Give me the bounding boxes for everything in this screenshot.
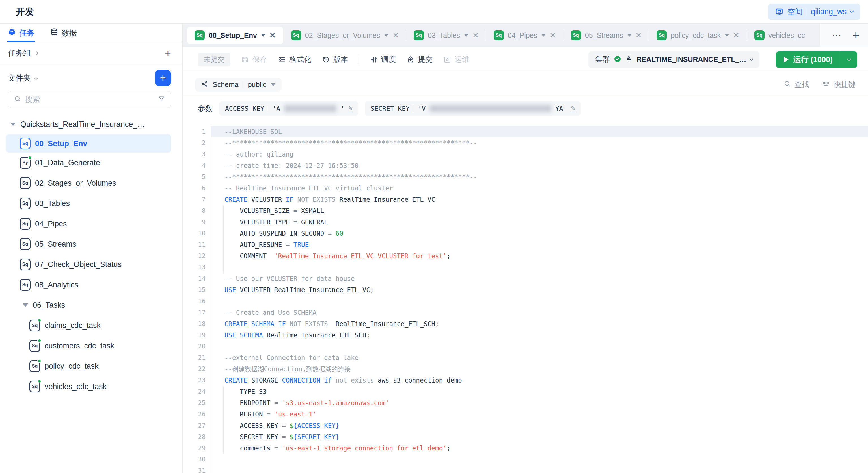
format-button[interactable]: 格式化 [278, 55, 311, 64]
code-line[interactable]: 24 TYPE S3 [183, 386, 868, 397]
chevron-down-icon[interactable] [34, 76, 38, 80]
close-icon[interactable]: ✕ [472, 31, 479, 40]
sql-file-icon: Sq [29, 319, 40, 332]
save-button[interactable]: 保存 [241, 55, 267, 64]
code-line[interactable]: 16 [183, 296, 868, 307]
line-content: REGION = 'us-east-1' [211, 409, 868, 420]
code-line[interactable]: 26 REGION = 'us-east-1' [183, 409, 868, 420]
cluster-selector[interactable]: 集群 REALTIME_INSURANCE_ETL_… [588, 52, 760, 68]
version-button[interactable]: 版本 [322, 55, 348, 64]
line-number: 18 [183, 318, 211, 330]
submit-button[interactable]: 提交 [407, 55, 433, 64]
code-line[interactable]: 2--*************************************… [183, 137, 868, 148]
edit-icon[interactable]: ✎ [571, 105, 575, 112]
caret-down-icon[interactable] [627, 34, 632, 37]
editor-tab-05_Streams[interactable]: Sq05_Streams✕ [563, 24, 649, 47]
tree-file[interactable]: Sq03_Tables [0, 193, 182, 214]
tab-overflow-button[interactable]: ⋯ [832, 30, 841, 41]
run-button[interactable]: 运行 (1000) [776, 52, 857, 68]
caret-down-icon[interactable] [384, 34, 389, 37]
caret-down-icon[interactable] [23, 303, 28, 307]
code-line[interactable]: 27 ACCESS_KEY = ${ACCESS_KEY} [183, 420, 868, 431]
close-icon[interactable]: ✕ [636, 31, 642, 40]
tree-folder[interactable]: Quickstarts_RealTime_Insurance_… [0, 114, 182, 135]
code-line[interactable]: 3-- author: qiliang [183, 148, 868, 160]
code-line[interactable]: 14-- Use our VCLUSTER for data house [183, 273, 868, 284]
code-line[interactable]: 18CREATE SCHEMA IF NOT EXISTS RealTime_I… [183, 318, 868, 330]
tree-file[interactable]: Sqcustomers_cdc_task [0, 336, 182, 356]
code-line[interactable]: 28 SECRET_KEY = ${SECRET_KEY} [183, 431, 868, 442]
sidebar-tabs: 任务 数据 [0, 24, 182, 42]
schedule-button[interactable]: 调度 [370, 55, 396, 64]
caret-down-icon[interactable] [464, 34, 468, 37]
code-line[interactable]: 30 [183, 454, 868, 465]
code-line[interactable]: 4-- create time: 2024-12-27 16:53:50 [183, 160, 868, 171]
sql-code-editor[interactable]: 1--LAKEHOUSE SQL2--*********************… [183, 120, 868, 473]
close-icon[interactable]: ✕ [733, 31, 739, 40]
caret-down-icon[interactable] [541, 34, 546, 37]
editor-tab-policy_cdc_task[interactable]: Sqpolicy_cdc_task✕ [649, 24, 746, 47]
close-icon[interactable]: ✕ [393, 31, 399, 40]
code-line[interactable]: 23CREATE STORAGE CONNECTION if not exist… [183, 375, 868, 386]
edit-icon[interactable]: ✎ [348, 105, 352, 112]
ops-button[interactable]: 运维 [443, 55, 469, 64]
caret-down-icon[interactable] [261, 34, 266, 37]
code-line[interactable]: 6-- RealTime_Insurance_ETL_VC virtual cl… [183, 182, 868, 194]
sql-file-icon: Sq [29, 381, 40, 393]
tree-file[interactable]: Sqvehicles_cdc_task [0, 376, 182, 397]
caret-down-icon[interactable] [725, 34, 729, 37]
code-line[interactable]: 25 ENDPOINT = 's3.us-east-1.amazonaws.co… [183, 397, 868, 409]
code-line[interactable]: 22--创建数据湖Connection,到数据湖的连接 [183, 363, 868, 375]
find-button[interactable]: 查找 [783, 80, 809, 90]
code-line[interactable]: 1--LAKEHOUSE SQL [183, 126, 868, 137]
code-line[interactable]: 13 [183, 262, 868, 273]
tree-file[interactable]: Sq00_Setup_Env [6, 135, 171, 153]
run-options-button[interactable] [841, 52, 857, 68]
code-line[interactable]: 12 COMMENT 'RealTime_Insurance_ETL_VC VC… [183, 250, 868, 262]
caret-down-icon[interactable] [10, 123, 16, 126]
tree-file[interactable]: Sq02_Stages_or_Volumes [0, 173, 182, 193]
editor-tab-02_Stages_or_Volumes[interactable]: Sq02_Stages_or_Volumes✕ [284, 24, 406, 47]
tab-label: vehicles_cc [769, 31, 805, 40]
code-line[interactable]: 8 VCLUSTER_SIZE = XSMALL [183, 205, 868, 216]
code-line[interactable]: 7CREATE VCLUSTER IF NOT EXISTS RealTime_… [183, 194, 868, 205]
code-line[interactable]: 9 VCLUSTER_TYPE = GENERAL [183, 216, 868, 228]
editor-tab-00_Setup_Env[interactable]: Sq00_Setup_Env✕ [187, 27, 283, 44]
close-icon[interactable]: ✕ [270, 31, 276, 40]
editor-tab-04_Pipes[interactable]: Sq04_Pipes✕ [486, 24, 563, 47]
code-line[interactable]: 11 AUTO_RESUME = TRUE [183, 239, 868, 250]
shortcuts-button[interactable]: 快捷键 [822, 79, 856, 90]
close-icon[interactable]: ✕ [550, 31, 556, 40]
tree-folder[interactable]: 06_Tasks [0, 295, 182, 315]
code-line[interactable]: 21--external Connection for data lake [183, 352, 868, 363]
add-file-button[interactable]: + [155, 70, 171, 86]
code-line[interactable]: 19USE SCHEMA RealTime_Insurance_ETL_SCH; [183, 330, 868, 341]
add-task-group-button[interactable]: + [165, 48, 171, 59]
tree-file[interactable]: Sq07_Check_Object_Status [0, 254, 182, 275]
code-line[interactable]: 10 AUTO_SUSPEND_IN_SECOND = 60 [183, 228, 868, 239]
task-group-row[interactable]: 任务组 + [0, 42, 182, 64]
schema-selector[interactable]: Schema public [195, 78, 282, 92]
sidebar-tab-data[interactable]: 数据 [50, 24, 77, 42]
code-line[interactable]: 5--*************************************… [183, 171, 868, 182]
code-line[interactable]: 29 comments = 'us-east-1 storage connect… [183, 442, 868, 454]
tree-file[interactable]: Sq08_Analytics [0, 275, 182, 295]
filter-icon[interactable] [158, 95, 165, 104]
code-line[interactable]: 15USE VCLUSTER RealTime_Insurance_ETL_VC… [183, 284, 868, 296]
tree-file[interactable]: Sq05_Streams [0, 234, 182, 254]
tree-file[interactable]: Sqpolicy_cdc_task [0, 356, 182, 376]
tree-file[interactable]: Sq04_Pipes [0, 214, 182, 234]
code-line[interactable]: 31 [183, 465, 868, 473]
tree-file[interactable]: Py01_Data_Generate [0, 153, 182, 173]
editor-tab-03_Tables[interactable]: Sq03_Tables✕ [406, 24, 486, 47]
new-tab-button[interactable]: + [852, 29, 860, 41]
sidebar-tab-tasks[interactable]: 任务 [8, 24, 34, 42]
code-line[interactable]: 17-- Create and Use SCHEMA [183, 307, 868, 318]
workspace-switcher[interactable]: 空间 qiliang_ws [768, 4, 860, 20]
editor-tab-vehicles_cc[interactable]: Sqvehicles_cc [747, 24, 812, 47]
line-content [211, 454, 868, 465]
tree-file[interactable]: Sqclaims_cdc_task [0, 315, 182, 336]
play-icon [784, 57, 788, 63]
code-line[interactable]: 20 [183, 341, 868, 352]
file-search[interactable]: 搜索 [8, 91, 171, 108]
